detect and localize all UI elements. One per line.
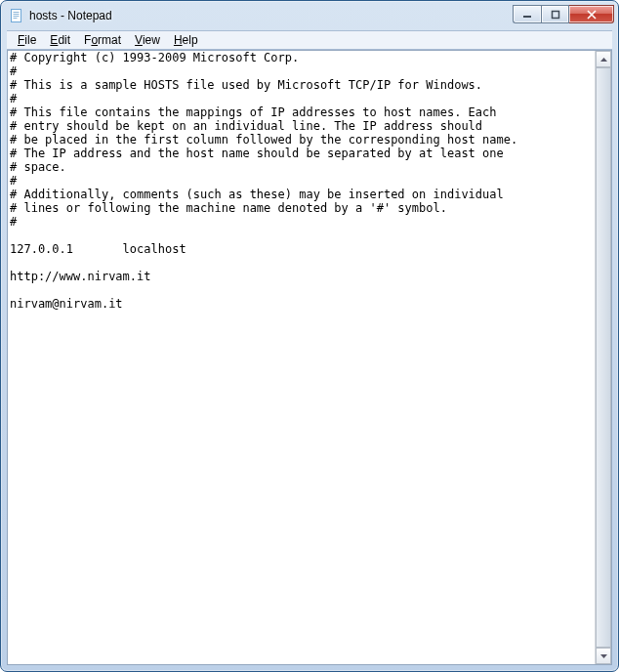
client-area: # Copyright (c) 1993-2009 Microsoft Corp… — [7, 50, 612, 665]
svg-rect-6 — [552, 11, 558, 18]
scroll-down-button[interactable] — [596, 648, 611, 664]
minimize-button[interactable] — [513, 5, 541, 23]
vertical-scrollbar[interactable] — [595, 51, 611, 664]
scroll-up-button[interactable] — [596, 51, 611, 67]
svg-marker-10 — [600, 654, 607, 658]
close-icon — [586, 10, 598, 20]
menubar: File Edit Format View Help — [7, 30, 612, 50]
menu-edit[interactable]: Edit — [43, 32, 77, 48]
scroll-thumb[interactable] — [596, 67, 611, 648]
titlebar[interactable]: hosts - Notepad — [1, 1, 618, 30]
maximize-icon — [551, 10, 560, 20]
text-editor[interactable]: # Copyright (c) 1993-2009 Microsoft Corp… — [8, 51, 595, 664]
menu-file[interactable]: File — [11, 32, 43, 48]
svg-marker-9 — [600, 58, 607, 62]
maximize-button[interactable] — [541, 5, 569, 23]
scroll-track[interactable] — [596, 67, 611, 648]
notepad-icon — [9, 8, 24, 23]
window-controls — [513, 5, 614, 23]
window-title: hosts - Notepad — [29, 9, 513, 22]
scroll-up-icon — [600, 58, 607, 62]
close-button[interactable] — [569, 5, 614, 23]
minimize-icon — [522, 10, 532, 20]
menu-help[interactable]: Help — [167, 32, 205, 48]
scroll-down-icon — [600, 654, 607, 658]
menu-view[interactable]: View — [128, 32, 167, 48]
menu-format[interactable]: Format — [77, 32, 128, 48]
notepad-window: hosts - Notepad File Edit Format View He… — [0, 0, 619, 672]
svg-rect-5 — [523, 16, 531, 18]
